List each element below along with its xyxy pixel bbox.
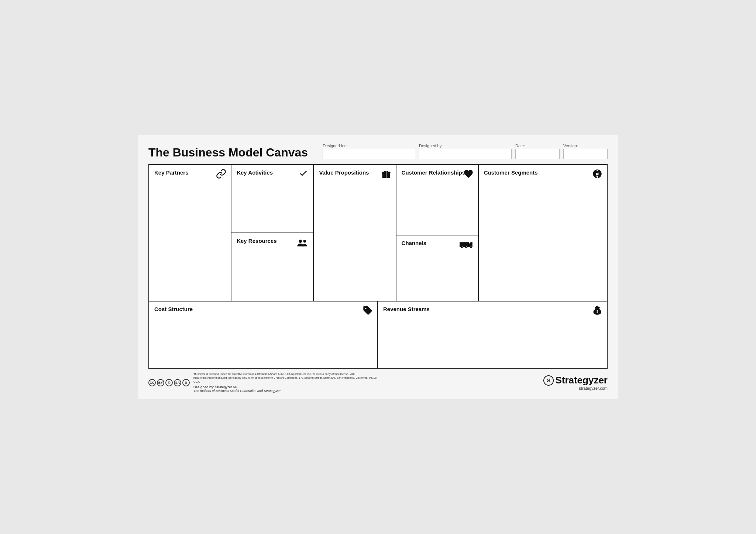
key-activities-icon	[298, 169, 309, 181]
business-model-canvas: Key Partners Key Activities	[148, 164, 608, 369]
cr-channels-column: Customer Relationships Channels	[396, 165, 479, 301]
customer-relationships-icon	[463, 169, 474, 181]
designed-by-value: Strategyzer AG	[215, 385, 238, 389]
customer-segments-cell: Customer Segments	[479, 165, 607, 301]
cc-nc-icon: ©	[165, 379, 173, 386]
strategyzer-name: Strategyzer	[555, 375, 608, 386]
designed-by-label: Designed by:	[419, 144, 512, 148]
designed-for-input[interactable]	[323, 149, 415, 159]
designed-by-field: Designed by:	[419, 144, 512, 159]
svg-rect-2	[303, 240, 306, 241]
key-resources-cell: Key Resources	[231, 233, 313, 301]
canvas-top-row: Key Partners Key Activities	[149, 165, 607, 302]
page-header: The Business Model Canvas Designed for: …	[148, 144, 608, 159]
key-activities-resources-column: Key Activities Key Resources	[231, 165, 314, 301]
value-propositions-cell: Value Propositions	[314, 165, 395, 301]
value-propositions-label: Value Propositions	[319, 169, 390, 176]
cost-structure-icon	[362, 305, 373, 318]
header-fields: Designed for: Designed by: Date: Version…	[323, 144, 608, 159]
designed-for-field: Designed for:	[323, 144, 415, 159]
cc-by-icon: BY	[157, 379, 164, 386]
designed-by-static: Designed by: Strategyzer AG	[193, 385, 238, 389]
key-activities-cell: Key Activities	[231, 165, 313, 233]
page-footer: CC BY © SA ⊕ This work is licensed under…	[148, 372, 608, 393]
svg-point-8	[461, 247, 463, 248]
strategyzer-url: strategyzer.com	[543, 386, 608, 390]
version-field: Version:	[563, 144, 608, 159]
svg-point-12	[470, 247, 471, 248]
value-propositions-column: Value Propositions	[314, 165, 396, 301]
customer-segments-column: Customer Segments	[479, 165, 607, 301]
date-label: Date:	[515, 144, 560, 148]
revenue-streams-cell: Revenue Streams $	[378, 302, 607, 368]
license-text: This work is licensed under the Creative…	[193, 372, 378, 384]
cc-icon: CC	[148, 379, 156, 386]
footer-right: S Strategyzer strategyzer.com	[543, 375, 608, 390]
strategyzer-brand: S Strategyzer	[543, 375, 608, 386]
svg-point-14	[596, 171, 599, 173]
footer-left: CC BY © SA ⊕ This work is licensed under…	[148, 372, 378, 393]
version-label: Version:	[563, 144, 608, 148]
footer-tagline: The makers of Business Model Generation …	[193, 389, 378, 393]
canvas-main: Key Partners Key Activities	[149, 165, 607, 368]
title-block: The Business Model Canvas	[148, 146, 308, 159]
designed-for-label: Designed for:	[323, 144, 415, 148]
svg-point-15	[365, 308, 367, 309]
key-partners-column: Key Partners	[149, 165, 231, 301]
channels-cell: Channels	[396, 235, 478, 301]
value-propositions-icon	[381, 169, 391, 181]
cc-sa-icon: SA	[174, 379, 181, 386]
strategyzer-logo-icon: S	[543, 375, 554, 386]
revenue-streams-label: Revenue Streams	[383, 306, 602, 313]
designed-by-input[interactable]	[419, 149, 512, 159]
date-input[interactable]	[515, 149, 560, 159]
key-partners-label: Key Partners	[154, 169, 226, 176]
cc-nd-icon: ⊕	[182, 379, 190, 386]
customer-relationships-label: Customer Relationships	[402, 169, 473, 176]
page-title: The Business Model Canvas	[148, 146, 308, 159]
canvas-bottom-row: Cost Structure Revenue Streams	[149, 302, 607, 368]
key-partners-icon	[216, 169, 226, 181]
cost-structure-cell: Cost Structure	[149, 302, 378, 368]
key-resources-icon	[296, 237, 309, 252]
svg-point-10	[466, 247, 467, 248]
page: The Business Model Canvas Designed for: …	[138, 135, 618, 400]
footer-text: This work is licensed under the Creative…	[193, 372, 378, 393]
channels-icon	[460, 239, 474, 251]
key-partners-cell: Key Partners	[149, 165, 231, 301]
key-activities-label: Key Activities	[237, 169, 308, 176]
customer-segments-icon	[592, 169, 602, 181]
svg-rect-6	[460, 242, 469, 247]
svg-point-0	[299, 240, 302, 243]
footer-designed-by: Designed by: Strategyzer AG	[193, 385, 378, 389]
customer-relationships-cell: Customer Relationships	[396, 165, 478, 235]
svg-text:$: $	[597, 310, 598, 313]
creative-commons-icons: CC BY © SA ⊕	[148, 379, 190, 386]
revenue-streams-icon: $	[592, 305, 602, 318]
designed-by-label: Designed by	[193, 385, 213, 389]
version-input[interactable]	[563, 149, 608, 159]
cost-structure-label: Cost Structure	[154, 306, 372, 313]
customer-segments-label: Customer Segments	[484, 169, 602, 176]
date-field: Date:	[515, 144, 560, 159]
